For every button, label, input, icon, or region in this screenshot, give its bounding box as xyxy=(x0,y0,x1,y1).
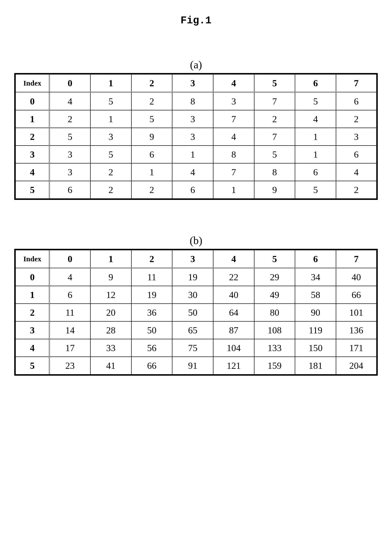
cell: 5 xyxy=(254,146,295,163)
cell: 9 xyxy=(254,181,295,199)
cell: 11 xyxy=(131,268,172,286)
cell: 66 xyxy=(131,357,172,375)
row-header: 2 xyxy=(15,304,49,321)
col-header: 0 xyxy=(49,74,90,92)
cell: 6 xyxy=(49,181,90,199)
cell: 2 xyxy=(254,110,295,128)
cell: 204 xyxy=(336,357,377,375)
table-block-a: (a) Index 0 1 2 3 4 5 6 7 xyxy=(10,44,382,200)
cell: 5 xyxy=(90,92,131,110)
table-label-a: (a) xyxy=(10,59,382,71)
row-header: 3 xyxy=(15,321,49,339)
col-header: 4 xyxy=(213,74,254,92)
col-header: 5 xyxy=(254,250,295,268)
cell: 20 xyxy=(90,304,131,321)
corner-cell: Index xyxy=(15,250,49,268)
row-header: 2 xyxy=(15,128,49,146)
cell: 40 xyxy=(336,268,377,286)
cell: 1 xyxy=(90,110,131,128)
col-header: 3 xyxy=(172,250,213,268)
table-row: 0 4 5 2 8 3 7 5 6 xyxy=(15,92,377,110)
cell: 33 xyxy=(90,339,131,357)
cell: 87 xyxy=(213,321,254,339)
cell: 65 xyxy=(172,321,213,339)
cell: 41 xyxy=(90,357,131,375)
cell: 1 xyxy=(213,181,254,199)
table-label-b: (b) xyxy=(10,234,382,247)
cell: 121 xyxy=(213,357,254,375)
cell: 5 xyxy=(295,92,336,110)
table-row: 1 2 1 5 3 7 2 4 2 xyxy=(15,110,377,128)
table-row: 4 3 2 1 4 7 8 6 4 xyxy=(15,163,377,181)
cell: 1 xyxy=(295,128,336,146)
col-header: 7 xyxy=(336,250,377,268)
cell: 12 xyxy=(90,286,131,304)
cell: 9 xyxy=(90,268,131,286)
cell: 11 xyxy=(49,304,90,321)
col-header: 7 xyxy=(336,74,377,92)
cell: 6 xyxy=(49,286,90,304)
cell: 3 xyxy=(49,163,90,181)
cell: 7 xyxy=(213,110,254,128)
cell: 104 xyxy=(213,339,254,357)
cell: 4 xyxy=(49,268,90,286)
cell: 108 xyxy=(254,321,295,339)
tables-container: (a) Index 0 1 2 3 4 5 6 7 xyxy=(10,44,382,376)
cell: 90 xyxy=(295,304,336,321)
table-b: Index 0 1 2 3 4 5 6 7 0 4 9 11 19 xyxy=(14,249,378,376)
col-header: 4 xyxy=(213,250,254,268)
col-header: 6 xyxy=(295,250,336,268)
cell: 3 xyxy=(49,146,90,163)
table-row: 3 14 28 50 65 87 108 119 136 xyxy=(15,321,377,339)
row-header: 1 xyxy=(15,110,49,128)
cell: 4 xyxy=(295,110,336,128)
table-row: 5 6 2 2 6 1 9 5 2 xyxy=(15,181,377,199)
cell: 1 xyxy=(131,163,172,181)
row-header: 0 xyxy=(15,268,49,286)
col-header: 1 xyxy=(90,74,131,92)
cell: 19 xyxy=(172,268,213,286)
cell: 64 xyxy=(213,304,254,321)
cell: 3 xyxy=(172,110,213,128)
cell: 4 xyxy=(336,163,377,181)
cell: 28 xyxy=(90,321,131,339)
cell: 6 xyxy=(131,146,172,163)
cell: 136 xyxy=(336,321,377,339)
col-header: 5 xyxy=(254,74,295,92)
col-header: 6 xyxy=(295,74,336,92)
table-header-row: Index 0 1 2 3 4 5 6 7 xyxy=(15,250,377,268)
cell: 49 xyxy=(254,286,295,304)
table-block-b: (b) Index 0 1 2 3 4 5 6 7 xyxy=(10,220,382,376)
cell: 6 xyxy=(172,181,213,199)
cell: 133 xyxy=(254,339,295,357)
row-header: 1 xyxy=(15,286,49,304)
cell: 150 xyxy=(295,339,336,357)
row-header: 3 xyxy=(15,146,49,163)
cell: 30 xyxy=(172,286,213,304)
cell: 2 xyxy=(131,181,172,199)
cell: 14 xyxy=(49,321,90,339)
cell: 66 xyxy=(336,286,377,304)
cell: 80 xyxy=(254,304,295,321)
cell: 5 xyxy=(90,146,131,163)
cell: 50 xyxy=(131,321,172,339)
row-header: 5 xyxy=(15,357,49,375)
cell: 5 xyxy=(295,181,336,199)
cell: 4 xyxy=(213,128,254,146)
cell: 7 xyxy=(254,128,295,146)
col-header: 2 xyxy=(131,250,172,268)
cell: 6 xyxy=(336,92,377,110)
cell: 56 xyxy=(131,339,172,357)
col-header: 2 xyxy=(131,74,172,92)
table-row: 3 3 5 6 1 8 5 1 6 xyxy=(15,146,377,163)
cell: 91 xyxy=(172,357,213,375)
row-header: 5 xyxy=(15,181,49,199)
cell: 2 xyxy=(336,110,377,128)
cell: 34 xyxy=(295,268,336,286)
cell: 5 xyxy=(49,128,90,146)
col-header: 1 xyxy=(90,250,131,268)
cell: 4 xyxy=(49,92,90,110)
row-header: 4 xyxy=(15,163,49,181)
table-row: 0 4 9 11 19 22 29 34 40 xyxy=(15,268,377,286)
cell: 2 xyxy=(131,92,172,110)
